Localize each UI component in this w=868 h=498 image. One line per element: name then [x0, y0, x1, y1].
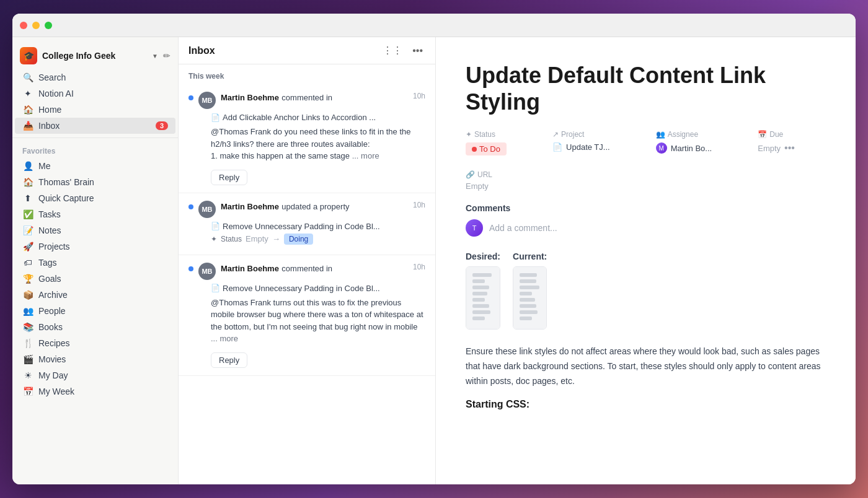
assignee-avatar: M — [656, 142, 667, 154]
more-options-button[interactable]: ••• — [410, 44, 425, 58]
sidebar-item-my-day[interactable]: ☀ My Day — [15, 367, 175, 383]
sidebar-item-thomas-brain[interactable]: 🏠 Thomas' Brain — [15, 174, 175, 190]
message-meta: Martin Boehme commented in — [221, 263, 408, 274]
current-label: Current: — [513, 251, 547, 261]
list-item: MB Martin Boehme commented in 10h 📄 Add … — [179, 84, 435, 193]
inbox-badge: 3 — [156, 121, 168, 130]
sidebar-item-home[interactable]: 🏠 Home — [15, 102, 175, 118]
people-icon: 👥 — [22, 305, 33, 317]
mock-line — [520, 298, 535, 302]
status-from: Empty — [246, 234, 268, 243]
current-image — [513, 266, 547, 330]
doc-icon: 📄 — [552, 142, 562, 152]
current-image-container: Current: — [513, 251, 547, 330]
sidebar-item-search[interactable]: 🔍 Search — [15, 69, 175, 85]
archive-icon: 📦 — [22, 289, 33, 300]
status-todo-badge: To Do — [466, 142, 507, 155]
new-page-icon[interactable]: ✏ — [163, 51, 170, 61]
mock-line — [520, 310, 538, 314]
more-properties-icon[interactable]: ••• — [784, 142, 795, 154]
sidebar-item-books[interactable]: 📚 Books — [15, 319, 175, 335]
sidebar-item-notes[interactable]: 📝 Notes — [15, 222, 175, 238]
sidebar-item-archive[interactable]: 📦 Archive — [15, 287, 175, 303]
sidebar-item-people[interactable]: 👥 People — [15, 303, 175, 319]
reply-button[interactable]: Reply — [211, 352, 247, 368]
sidebar-item-inbox[interactable]: 📥 Inbox 3 — [15, 118, 175, 134]
sidebar-item-goals[interactable]: 🏆 Goals — [15, 271, 175, 287]
filter-button[interactable]: ⋮⋮ — [380, 43, 405, 58]
mock-line — [472, 298, 485, 302]
sidebar-item-label: Projects — [38, 242, 168, 251]
sidebar-item-me[interactable]: 👤 Me — [15, 158, 175, 174]
tags-icon: 🏷 — [22, 257, 33, 268]
sidebar-item-tasks[interactable]: ✅ Tasks — [15, 206, 175, 222]
arrow-up-right-icon: ↗ — [552, 130, 559, 139]
sidebar-item-my-week[interactable]: 📅 My Week — [15, 383, 175, 400]
my-day-icon: ☀ — [22, 370, 33, 381]
mock-line — [520, 286, 539, 289]
message-meta: Martin Boehme commented in — [221, 92, 408, 103]
sidebar-item-label: Recipes — [38, 338, 168, 348]
inbox-panel: Inbox ⋮⋮ ••• This week MB Martin Boehme … — [179, 37, 436, 484]
project-value[interactable]: 📄 Update TJ... — [552, 142, 641, 152]
mock-image-current — [513, 267, 546, 329]
inbox-icon: 📥 — [22, 120, 33, 131]
comments-section: Comments T Add a comment... — [466, 203, 826, 237]
assignee-value[interactable]: M Martin Bo... — [656, 142, 743, 154]
sidebar-item-notion-ai[interactable]: ✦ Notion AI — [15, 85, 175, 102]
tasks-icon: ✅ — [22, 209, 33, 220]
assignee-property: 👥 Assignee M Martin Bo... — [656, 130, 743, 154]
project-label: ↗ Project — [552, 130, 641, 139]
sidebar-item-quick-capture[interactable]: ⬆ Quick Capture — [15, 190, 175, 206]
reply-button[interactable]: Reply — [211, 170, 247, 185]
status-to-badge: Doing — [284, 234, 313, 245]
notes-icon: 📝 — [22, 225, 33, 236]
sidebar-item-label: Search — [38, 72, 168, 82]
comment-placeholder[interactable]: Add a comment... — [489, 223, 557, 233]
status-label: ✦ Status — [466, 130, 538, 139]
sidebar-item-label: Notes — [38, 225, 168, 235]
mock-line — [520, 273, 537, 277]
sidebar-item-label: Archive — [38, 290, 168, 300]
sidebar-item-label: Tags — [38, 258, 168, 268]
home-icon: 🏠 — [22, 104, 33, 115]
message-time: 10h — [413, 263, 425, 271]
workspace-switcher[interactable]: 🎓 College Info Geek ▼ ✏ — [12, 42, 178, 69]
doc-icon: 📄 — [211, 222, 220, 230]
main-layout: 🎓 College Info Geek ▼ ✏ 🔍 Search ✦ Notio… — [12, 37, 856, 484]
message-action: updated a property — [281, 202, 349, 211]
sidebar-item-recipes[interactable]: 🍴 Recipes — [15, 335, 175, 351]
avatar: MB — [198, 92, 216, 109]
workspace-caret-icon: ▼ — [152, 53, 158, 59]
sidebar-item-projects[interactable]: 🚀 Projects — [15, 238, 175, 255]
search-icon: 🔍 — [22, 72, 33, 83]
status-dot — [472, 147, 477, 152]
minimize-button[interactable] — [32, 22, 40, 29]
status-value[interactable]: To Do — [466, 142, 538, 155]
status-icon: ✦ — [466, 130, 472, 139]
url-property: 🔗 URL Empty — [466, 170, 826, 191]
comment-input-row: T Add a comment... — [466, 219, 826, 237]
close-button[interactable] — [20, 22, 27, 29]
message-time: 10h — [413, 201, 425, 209]
maximize-button[interactable] — [45, 22, 52, 29]
sidebar-item-tags[interactable]: 🏷 Tags — [15, 255, 175, 271]
sidebar-item-label: Me — [38, 161, 168, 171]
project-property: ↗ Project 📄 Update TJ... — [552, 130, 641, 152]
mock-image-desired — [466, 267, 500, 329]
sidebar: 🎓 College Info Geek ▼ ✏ 🔍 Search ✦ Notio… — [12, 37, 179, 484]
unread-indicator — [188, 266, 193, 271]
status-property: ✦ Status To Do — [466, 130, 538, 155]
doc-icon: 📄 — [211, 284, 220, 292]
movies-icon: 🎬 — [22, 354, 33, 365]
due-value[interactable]: Empty ••• — [758, 142, 826, 154]
message-meta: Martin Boehme updated a property — [221, 201, 408, 212]
notion-ai-icon: ✦ — [22, 88, 33, 99]
sidebar-item-movies[interactable]: 🎬 Movies — [15, 351, 175, 367]
mock-line — [472, 279, 485, 283]
goals-icon: 🏆 — [22, 273, 33, 284]
list-item: MB Martin Boehme commented in 10h 📄 Remo… — [179, 255, 435, 376]
calendar-icon: 📅 — [758, 130, 767, 139]
mock-line — [520, 304, 536, 308]
sidebar-item-label: Quick Capture — [38, 193, 168, 203]
